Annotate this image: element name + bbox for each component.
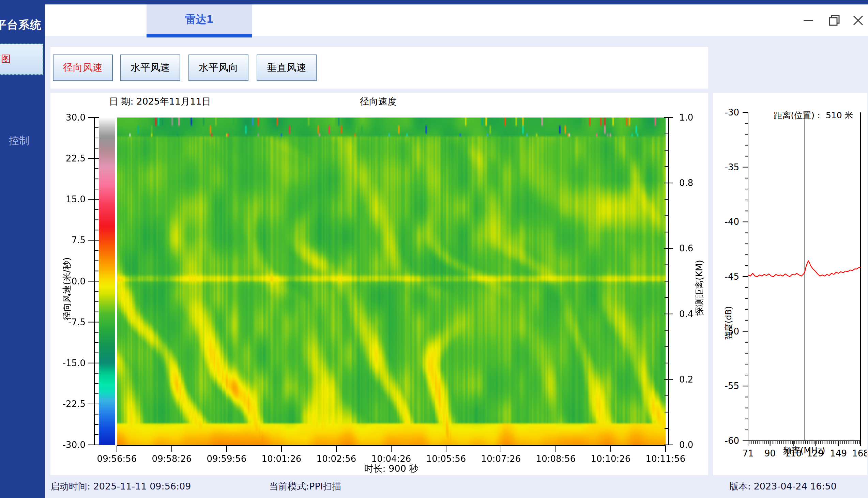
svg-text:-55: -55 bbox=[725, 381, 739, 391]
svg-text:0.8: 0.8 bbox=[679, 178, 693, 188]
svg-text:10:07:26: 10:07:26 bbox=[481, 454, 521, 464]
svg-text:10:10:26: 10:10:26 bbox=[591, 454, 631, 464]
svg-text:1.0: 1.0 bbox=[679, 113, 693, 123]
minimize-button[interactable] bbox=[800, 12, 817, 29]
svg-text:10:08:56: 10:08:56 bbox=[536, 454, 576, 464]
spectrum-x-axis-label: 频率(MHz) bbox=[783, 445, 825, 456]
spectrum-title: 距离(位置)： 510 米 bbox=[774, 110, 853, 121]
svg-text:0.6: 0.6 bbox=[679, 243, 693, 253]
sidebar-item-chart[interactable]: 图 bbox=[0, 43, 43, 75]
svg-text:09:56:56: 09:56:56 bbox=[97, 454, 137, 464]
app-window: 平台系统 图 控制 雷达1 径向风速 水平风速 水平风向 垂直风速 日 期: 2… bbox=[0, 0, 868, 498]
restore-icon bbox=[826, 12, 842, 29]
window-top-strip bbox=[0, 0, 868, 4]
button-radial-wind-speed[interactable]: 径向风速 bbox=[53, 54, 113, 81]
sidebar-item-control[interactable]: 控制 bbox=[9, 134, 29, 148]
heatmap-panel: 日 期: 2025年11月11日 径向速度 30.022.515.07.50.0… bbox=[50, 93, 708, 475]
svg-text:-30.0: -30.0 bbox=[63, 440, 86, 450]
heatmap-title: 径向速度 bbox=[360, 95, 397, 108]
svg-text:90: 90 bbox=[764, 448, 776, 458]
svg-text:10:05:56: 10:05:56 bbox=[426, 454, 466, 464]
restore-button[interactable] bbox=[826, 12, 842, 29]
velocity-colorbar bbox=[99, 118, 115, 445]
svg-text:15.0: 15.0 bbox=[66, 194, 86, 205]
close-button[interactable] bbox=[850, 12, 866, 29]
svg-text:-15.0: -15.0 bbox=[63, 358, 86, 368]
heatmap-y2-axis-label: 探测距离(KM) bbox=[694, 260, 705, 316]
svg-text:7.5: 7.5 bbox=[72, 235, 86, 245]
spectrum-panel[interactable]: -30-35-40-45-50-55-607190110129149168 距离… bbox=[713, 93, 867, 475]
svg-text:-40: -40 bbox=[725, 217, 739, 227]
svg-text:10:02:56: 10:02:56 bbox=[316, 454, 357, 464]
button-horizontal-wind-direction[interactable]: 水平风向 bbox=[189, 54, 248, 81]
status-mode: 当前模式:PPI扫描 bbox=[269, 480, 341, 493]
button-vertical-wind-speed[interactable]: 垂直风速 bbox=[257, 54, 316, 81]
heatmap-x-axis-label: 时长: 900 秒 bbox=[364, 462, 418, 475]
svg-text:-60: -60 bbox=[725, 436, 739, 446]
app-title: 平台系统 bbox=[0, 17, 50, 33]
svg-text:-45: -45 bbox=[725, 272, 739, 282]
svg-text:10:11:56: 10:11:56 bbox=[646, 454, 686, 464]
status-version: 版本: 2023-04-24 16:50 bbox=[729, 480, 837, 493]
svg-text:30.0: 30.0 bbox=[66, 113, 86, 123]
svg-text:149: 149 bbox=[830, 448, 847, 458]
svg-text:22.5: 22.5 bbox=[66, 153, 86, 163]
spectrum-y-axis-label: 强度(dB) bbox=[723, 306, 734, 340]
heatmap-y-axis-label: 径向风速(米/秒) bbox=[61, 257, 73, 320]
svg-text:09:58:26: 09:58:26 bbox=[152, 454, 192, 464]
svg-text:0.0: 0.0 bbox=[72, 276, 86, 287]
status-start-time: 启动时间: 2025-11-11 09:56:09 bbox=[50, 480, 191, 493]
sidebar: 平台系统 图 控制 bbox=[0, 4, 45, 498]
svg-text:0.2: 0.2 bbox=[679, 374, 693, 384]
svg-text:-35: -35 bbox=[725, 162, 739, 172]
svg-text:-30: -30 bbox=[725, 107, 739, 118]
tab-label: 雷达1 bbox=[146, 4, 252, 34]
date-label: 日 期: 2025年11月11日 bbox=[109, 95, 211, 108]
sidebar-item-label: 图 bbox=[1, 44, 11, 74]
button-horizontal-wind-speed[interactable]: 水平风速 bbox=[120, 54, 180, 81]
svg-text:71: 71 bbox=[742, 448, 753, 458]
svg-text:0.4: 0.4 bbox=[679, 309, 693, 319]
tab-radar1[interactable]: 雷达1 bbox=[146, 4, 252, 34]
toolbar: 径向风速 水平风速 水平风向 垂直风速 bbox=[50, 47, 708, 89]
spectrum-plot: -30-35-40-45-50-55-607190110129149168 bbox=[713, 93, 867, 475]
svg-text:168: 168 bbox=[852, 448, 867, 458]
svg-text:0.0: 0.0 bbox=[679, 440, 693, 450]
minimize-icon bbox=[800, 12, 817, 29]
radial-velocity-heatmap[interactable] bbox=[117, 118, 665, 445]
svg-text:09:59:56: 09:59:56 bbox=[207, 454, 247, 464]
close-icon bbox=[850, 12, 866, 29]
tab-active-underline bbox=[146, 34, 252, 38]
svg-text:10:01:26: 10:01:26 bbox=[262, 454, 302, 464]
svg-text:-22.5: -22.5 bbox=[63, 399, 86, 409]
